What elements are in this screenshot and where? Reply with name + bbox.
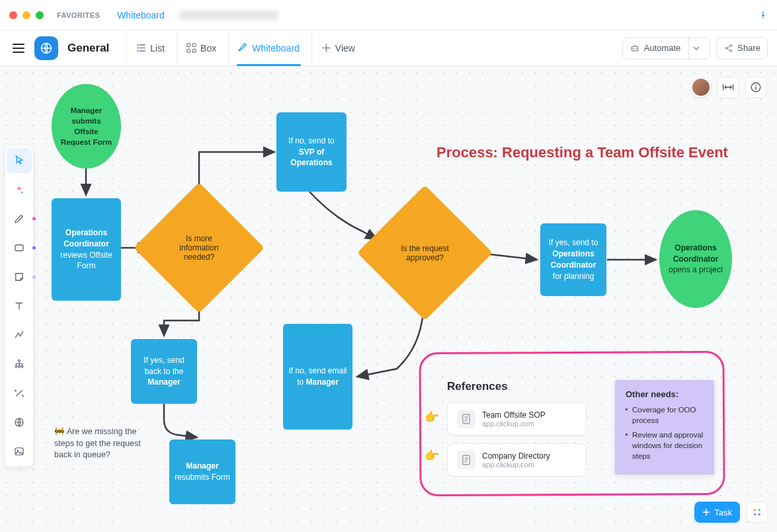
menu-toggle-button[interactable] <box>9 39 28 57</box>
new-task-button[interactable]: Task <box>694 502 740 523</box>
view-tab-label: View <box>335 43 355 54</box>
shape-send-svp[interactable]: If no, send to SVP of Operations <box>276 112 347 192</box>
share-button[interactable]: Share <box>717 37 768 59</box>
svg-point-7 <box>635 48 637 49</box>
svg-point-12 <box>19 360 20 361</box>
fit-width-icon <box>722 83 734 92</box>
automate-label: Automate <box>644 43 681 53</box>
wand-icon <box>13 387 25 399</box>
org-tool[interactable] <box>9 354 29 374</box>
shape-end[interactable]: Operations Coordinator opens a project <box>659 210 732 308</box>
titlebar-tab-whiteboard[interactable]: Whiteboard <box>117 10 165 20</box>
image-tool[interactable] <box>9 441 29 461</box>
svg-point-20 <box>755 85 757 86</box>
user-avatar[interactable] <box>691 77 711 97</box>
svg-point-24 <box>758 509 760 511</box>
robot-icon <box>630 43 640 54</box>
titlebar-blurred-tab <box>179 11 278 20</box>
automate-button[interactable]: Automate <box>622 37 711 59</box>
info-icon <box>750 81 762 93</box>
ai-tool[interactable] <box>9 383 29 403</box>
shape-review-text: Operations Coordinator reviews Offsite F… <box>57 227 116 272</box>
titlebar: FAVORITES Whiteboard <box>0 0 777 30</box>
reference-card[interactable]: Team Offsite SOP app.clickup.com <box>447 402 586 436</box>
plus-icon <box>702 508 710 516</box>
add-view-button[interactable]: View <box>311 30 364 66</box>
svg-rect-17 <box>15 448 23 455</box>
svg-rect-5 <box>632 46 637 51</box>
toolbar: General List Box Whiteboard View Automat… <box>0 30 777 66</box>
sticky-list: Coverage for OOO process Review and appr… <box>626 404 704 461</box>
reference-subtitle: app.clickup.com <box>482 461 550 469</box>
pin-icon[interactable] <box>758 11 768 20</box>
view-tab-label: Box <box>200 43 216 54</box>
document-icon <box>457 451 475 469</box>
shape-send-back-text: If yes, send back to the Manager <box>136 355 192 388</box>
fit-width-button[interactable] <box>717 77 739 98</box>
svg-point-6 <box>633 48 634 49</box>
shape-decision-info[interactable]: Is more information needed? <box>153 202 245 294</box>
favorites-label: FAVORITES <box>57 11 100 19</box>
shape-send-email[interactable]: If no, send email to Manager <box>283 324 352 430</box>
bottom-controls: Task <box>694 502 768 523</box>
shape-send-email-text: If no, send email to Manager <box>288 365 347 388</box>
svg-rect-4 <box>192 49 196 52</box>
close-window-button[interactable] <box>9 11 17 19</box>
shape-send-planning[interactable]: If yes, send to Operations Coordinator f… <box>540 223 606 296</box>
shape-decision-info-text: Is more information needed? <box>153 202 245 294</box>
view-tab-box[interactable]: Box <box>177 30 225 66</box>
sticky-heading: Other needs: <box>626 389 704 399</box>
shape-tool[interactable] <box>9 238 29 258</box>
view-tab-list[interactable]: List <box>126 30 174 66</box>
reference-title: Company Directory <box>482 451 550 461</box>
globe-icon <box>13 416 25 428</box>
shape-resubmit-text: Manager resubmits Form <box>175 461 230 483</box>
sticky-item: Review and approval windows for decision… <box>626 430 704 461</box>
pen-tool[interactable] <box>9 209 29 229</box>
svg-point-26 <box>758 513 760 515</box>
chevron-down-icon <box>693 46 700 50</box>
image-icon <box>13 445 25 457</box>
shape-review[interactable]: Operations Coordinator reviews Offsite F… <box>52 198 121 301</box>
automate-dropdown[interactable] <box>688 37 703 59</box>
shape-end-text: Operations Coordinator opens a project <box>665 243 727 276</box>
info-button[interactable] <box>745 77 766 98</box>
whiteboard-canvas[interactable]: Process: Requesting a Team Offsite Event… <box>0 66 777 532</box>
maximize-window-button[interactable] <box>36 11 44 19</box>
sticky-item: Coverage for OOO process <box>626 404 704 426</box>
template-tool[interactable] <box>9 180 29 200</box>
apps-button[interactable] <box>747 502 768 523</box>
view-tab-whiteboard[interactable]: Whiteboard <box>228 30 309 66</box>
minimize-window-button[interactable] <box>22 11 30 19</box>
svg-rect-3 <box>187 49 190 52</box>
text-tool[interactable] <box>9 296 29 316</box>
connector-tool[interactable] <box>9 325 29 345</box>
svg-point-14 <box>19 365 20 367</box>
shape-start[interactable]: Manager submits Offsite Request Form <box>52 84 121 169</box>
space-icon[interactable] <box>34 36 58 60</box>
svg-point-23 <box>754 509 756 511</box>
reference-subtitle: app.clickup.com <box>482 420 546 428</box>
sticky-tool[interactable] <box>9 267 29 287</box>
web-tool[interactable] <box>9 412 29 432</box>
view-tab-label: Whiteboard <box>252 43 300 54</box>
references-panel: References Team Offsite SOP app.clickup.… <box>447 380 586 484</box>
shape-send-back[interactable]: If yes, send back to the Manager <box>131 339 197 404</box>
share-label: Share <box>737 43 760 53</box>
svg-rect-1 <box>187 44 190 47</box>
space-title[interactable]: General <box>67 42 109 55</box>
shape-resubmit[interactable]: Manager resubmits Form <box>169 439 235 504</box>
reference-title: Team Offsite SOP <box>482 410 546 420</box>
connector-icon <box>13 329 25 341</box>
svg-rect-2 <box>192 44 196 47</box>
shape-send-svp-text: If no, send to SVP of Operations <box>282 135 341 169</box>
tool-palette <box>5 145 33 467</box>
reference-card[interactable]: Company Directory app.clickup.com <box>447 443 586 476</box>
svg-rect-11 <box>15 245 23 251</box>
sticky-note[interactable]: Other needs: Coverage for OOO process Re… <box>615 380 714 475</box>
shape-decision-approved-text: Is the request approved? <box>377 205 473 301</box>
shape-decision-approved[interactable]: Is the request approved? <box>377 205 473 301</box>
sparkle-icon <box>13 184 25 196</box>
task-button-label: Task <box>714 508 732 517</box>
pointer-tool[interactable] <box>9 151 29 171</box>
